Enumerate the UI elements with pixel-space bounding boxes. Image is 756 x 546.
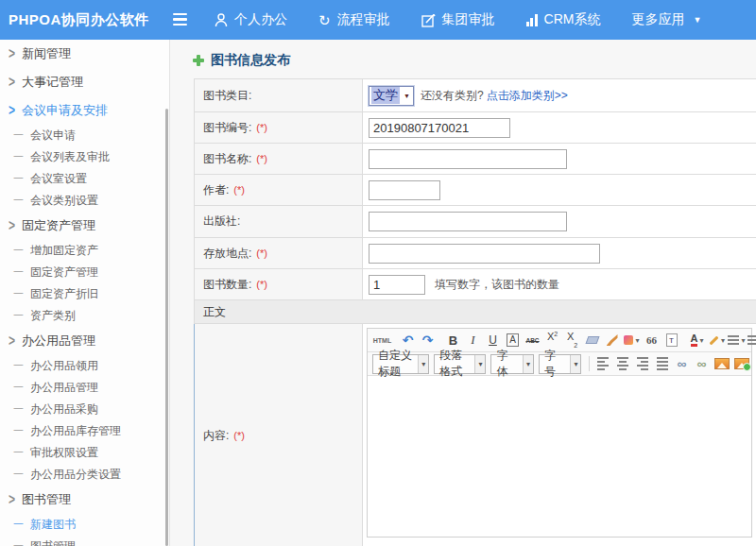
highlight-pen-icon[interactable]: ▾	[707, 331, 727, 350]
align-justify-icon[interactable]	[652, 354, 672, 373]
sidebar-item-asset-manage[interactable]: 一固定资产管理	[0, 262, 169, 283]
unordered-list-button[interactable]: ▾	[747, 331, 756, 350]
insert-link-icon[interactable]: ∞	[672, 354, 692, 373]
subscript-button[interactable]: X2	[562, 331, 582, 350]
sidebar-group-supplies[interactable]: > 办公用品管理	[0, 327, 169, 355]
nav-more-apps[interactable]: 更多应用 ▼	[631, 11, 701, 28]
align-center-icon[interactable]	[612, 354, 632, 373]
sidebar-item-supply-claim[interactable]: 一办公用品领用	[0, 355, 169, 377]
quantity-input[interactable]	[369, 275, 425, 295]
field-label: 存放地点:	[203, 246, 251, 262]
sidebar-group-books[interactable]: > 图书管理	[0, 486, 169, 514]
paste-text-icon[interactable]: T	[662, 331, 681, 350]
field-label: 出版社:	[203, 213, 240, 230]
author-input[interactable]	[369, 180, 440, 200]
body-section-header: 正文	[194, 300, 756, 324]
select-caret-icon: ▼	[404, 93, 410, 99]
nav-crm-system[interactable]: CRM系统	[526, 11, 601, 28]
underline-button[interactable]: U	[483, 331, 503, 350]
dash-icon: 一	[13, 424, 24, 438]
sidebar-item-label: 办公用品分类设置	[30, 467, 121, 483]
bar-chart-icon	[526, 14, 538, 26]
superscript-button[interactable]: X2	[542, 331, 562, 350]
sidebar-item-asset-add[interactable]: 一增加固定资产	[0, 240, 169, 262]
eraser-icon[interactable]	[582, 331, 602, 350]
form-row-category: 图书类目: 文学 ▼ 还没有类别? 点击添加类别>>	[194, 79, 756, 112]
sidebar-item-supply-stock[interactable]: 一办公用品库存管理	[0, 420, 169, 442]
clear-format-brush-icon[interactable]	[602, 331, 622, 350]
insert-image-icon[interactable]	[731, 354, 751, 373]
custom-heading-select[interactable]: 自定义标题▾	[372, 354, 429, 374]
sidebar-group-meetings[interactable]: > 会议申请及安排	[0, 96, 169, 125]
sidebar-item-supply-category[interactable]: 一办公用品分类设置	[0, 464, 169, 486]
edit-square-icon	[421, 13, 436, 27]
sidebar-item-label: 图书管理	[30, 538, 76, 546]
sidebar-item-asset-category[interactable]: 一资产类别	[0, 305, 169, 327]
nav-label: CRM系统	[544, 11, 601, 28]
sidebar-item-approval-permission[interactable]: 一审批权限设置	[0, 442, 169, 464]
unlink-icon[interactable]: ∞	[692, 354, 712, 373]
sidebar-item-label: 增加固定资产	[30, 243, 98, 259]
image-icon[interactable]	[712, 354, 731, 373]
sidebar-item-book-new[interactable]: 一新建图书	[0, 514, 169, 536]
location-input[interactable]	[369, 244, 600, 264]
publisher-input[interactable]	[369, 212, 567, 231]
blockquote-button[interactable]: 66	[642, 331, 662, 350]
sidebar-item-supply-manage[interactable]: 一办公用品管理	[0, 377, 169, 399]
font-border-button[interactable]: A	[503, 331, 523, 350]
bold-button[interactable]: B	[443, 331, 463, 350]
dash-icon: 一	[13, 446, 24, 460]
main-content: 图书信息发布 图书类目: 文学 ▼ 还没有类别? 点击添加类别>> 图书编号:(…	[171, 40, 756, 546]
add-plus-icon	[193, 55, 204, 66]
field-label: 内容:	[203, 428, 229, 444]
dash-icon: 一	[13, 309, 24, 323]
editor-content-area[interactable]	[368, 376, 751, 537]
align-right-icon[interactable]	[632, 354, 652, 373]
sidebar-group-news[interactable]: > 新闻管理	[0, 40, 169, 68]
app-logo: PHPOA协同办公软件	[9, 11, 149, 29]
font-family-select[interactable]: 字体▾	[490, 354, 533, 374]
sidebar-scrollbar[interactable]	[165, 109, 168, 546]
sidebar-item-meeting-apply[interactable]: 一会议申请	[0, 125, 169, 146]
process-cycle-icon: ↻	[318, 13, 331, 27]
chevron-right-icon: >	[9, 74, 15, 91]
add-category-link[interactable]: 点击添加类别>>	[487, 88, 568, 104]
sidebar-item-supply-purchase[interactable]: 一办公用品采购	[0, 399, 169, 420]
redo-icon[interactable]: ↷	[418, 331, 438, 350]
chevron-right-icon: >	[9, 217, 15, 234]
form-row-name: 图书名称:(*)	[194, 144, 756, 175]
dash-icon: 一	[13, 287, 24, 301]
font-size-select[interactable]: 字号▾	[539, 354, 581, 374]
sidebar-group-assets[interactable]: > 固定资产管理	[0, 212, 169, 240]
nav-personal-office[interactable]: 个人办公	[215, 11, 287, 28]
sidebar-item-label: 固定资产折旧	[30, 286, 98, 302]
ordered-list-button[interactable]: ▾	[727, 331, 747, 350]
nav-group-approval[interactable]: 集团审批	[421, 11, 495, 28]
form-row-publisher: 出版社:	[194, 206, 756, 238]
chevron-right-icon: >	[9, 102, 15, 119]
paragraph-format-select[interactable]: 段落格式▾	[434, 354, 486, 374]
nav-process-approval[interactable]: ↻ 流程审批	[318, 11, 390, 28]
menu-toggle-icon[interactable]	[173, 13, 187, 26]
align-left-icon[interactable]	[593, 354, 612, 373]
strikethrough-button[interactable]: ABC	[523, 331, 542, 350]
sidebar-item-asset-depreciation[interactable]: 一固定资产折旧	[0, 283, 169, 305]
sidebar-item-meeting-room[interactable]: 一会议室设置	[0, 168, 169, 190]
format-painter-icon[interactable]: ▾	[622, 331, 642, 350]
book-category-select[interactable]: 文学 ▼	[369, 86, 414, 106]
sidebar-item-book-manage[interactable]: 一图书管理	[0, 536, 169, 546]
sidebar-group-events[interactable]: > 大事记管理	[0, 68, 169, 96]
dash-icon: 一	[13, 402, 24, 417]
sidebar-item-meeting-category[interactable]: 一会议类别设置	[0, 190, 169, 212]
book-name-input[interactable]	[369, 149, 567, 169]
sidebar-item-meeting-list[interactable]: 一会议列表及审批	[0, 146, 169, 168]
html-source-button[interactable]: HTML	[372, 331, 392, 350]
sidebar-group-label: 图书管理	[22, 491, 71, 508]
undo-icon[interactable]: ↶	[398, 331, 418, 350]
form-row-quantity: 图书数量:(*) 填写数字，该图书的数量	[194, 269, 756, 300]
toolbar-separator	[589, 356, 590, 371]
book-code-input[interactable]	[369, 118, 510, 138]
sidebar-item-label: 固定资产管理	[30, 264, 98, 281]
italic-button[interactable]: I	[463, 331, 483, 350]
font-color-button[interactable]: A▾	[687, 331, 707, 350]
